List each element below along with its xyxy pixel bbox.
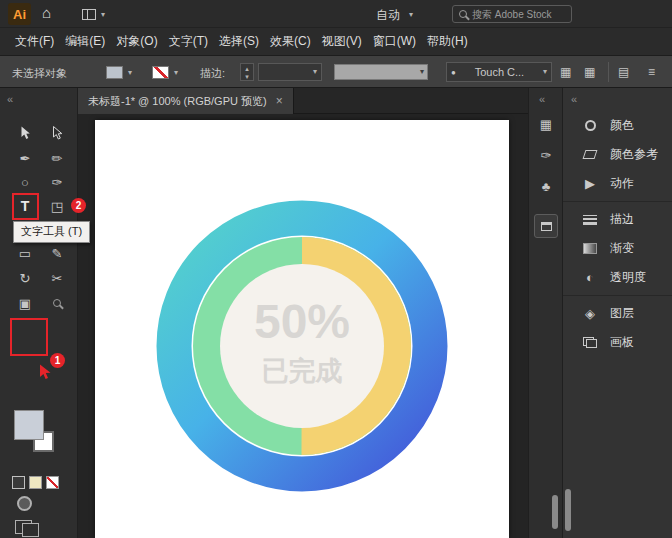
collapse-panel-icon[interactable]: « xyxy=(571,93,577,105)
screen-mode-button[interactable] xyxy=(15,520,39,537)
grid-view-icon[interactable]: ▦ xyxy=(584,65,595,79)
step-up-icon[interactable]: ▴ xyxy=(245,65,249,72)
fill-swatch[interactable] xyxy=(14,410,44,440)
ellipse-icon: ○ xyxy=(21,175,29,190)
document-tab-title: 未标题-1* @ 100% (RGB/GPU 预览) xyxy=(88,94,267,109)
panel-label: 颜色 xyxy=(610,117,634,134)
menu-select[interactable]: 选择(S) xyxy=(217,31,261,52)
panel-item-color[interactable]: 颜色 xyxy=(563,111,672,140)
artboard[interactable]: 50% 已完成 xyxy=(95,120,509,538)
fill-type-color-button[interactable] xyxy=(12,476,25,489)
pen-tool[interactable]: ✒ xyxy=(12,146,38,170)
fill-color-swatch[interactable] xyxy=(106,66,123,79)
menu-view[interactable]: 视图(V) xyxy=(320,31,364,52)
artboard-tool[interactable]: ▣ xyxy=(12,291,38,315)
annotation-cursor-icon xyxy=(39,364,53,380)
stroke-color-swatch[interactable] xyxy=(152,66,169,79)
panel-menu-icon[interactable]: ≡ xyxy=(648,65,655,79)
brush-definition-select[interactable]: ▾ xyxy=(334,64,428,80)
collapse-panel-icon[interactable]: « xyxy=(7,93,13,105)
panel-group: ◈ 图层 画板 xyxy=(563,295,672,360)
direct-selection-tool[interactable] xyxy=(44,121,70,145)
menu-window[interactable]: 窗口(W) xyxy=(371,31,418,52)
donut-status-text: 已完成 xyxy=(262,356,343,386)
collapse-panel-icon[interactable]: « xyxy=(539,93,545,105)
pencil-tool[interactable]: ✏ xyxy=(44,146,70,170)
menu-edit[interactable]: 编辑(E) xyxy=(63,31,107,52)
canvas[interactable]: 50% 已完成 xyxy=(78,114,528,538)
symbols-panel-icon[interactable]: ♣ xyxy=(529,176,563,196)
fill-type-gradient-button[interactable] xyxy=(29,476,42,489)
scrollbar-thumb[interactable] xyxy=(552,495,558,529)
panel-item-actions[interactable]: ▶ 动作 xyxy=(563,169,672,198)
brush-tool[interactable]: ✑ xyxy=(44,170,70,194)
auto-dropdown[interactable]: 自动 xyxy=(376,7,400,24)
menu-file[interactable]: 文件(F) xyxy=(13,31,56,52)
panel-icon-strip: « ▦ ✑ ♣ xyxy=(528,88,562,538)
document-setup-icon[interactable]: ▤ xyxy=(618,65,629,79)
swatches-panel-icon[interactable]: ▦ xyxy=(529,114,563,134)
chevron-down-icon[interactable]: ▾ xyxy=(128,69,132,77)
panel-item-layers[interactable]: ◈ 图层 xyxy=(563,299,672,328)
document-tab[interactable]: 未标题-1* @ 100% (RGB/GPU 预览) × xyxy=(78,88,294,114)
free-transform-tool[interactable]: ◳ xyxy=(44,194,70,218)
zoom-tool[interactable] xyxy=(44,291,70,315)
rotate-icon: ↻ xyxy=(20,271,31,286)
dot-icon: ● xyxy=(451,68,456,77)
fill-type-none-button[interactable] xyxy=(46,476,59,489)
panel-group: 颜色 颜色参考 ▶ 动作 xyxy=(563,108,672,201)
brushes-panel-icon[interactable]: ✑ xyxy=(529,145,563,165)
stroke-weight-stepper[interactable]: ▴ ▾ xyxy=(240,63,254,81)
scissors-tool[interactable]: ✂ xyxy=(44,266,70,290)
menu-help[interactable]: 帮助(H) xyxy=(425,31,470,52)
chevron-down-icon[interactable]: ▾ xyxy=(409,11,413,19)
stock-search-box[interactable] xyxy=(452,5,572,23)
menu-effect[interactable]: 效果(C) xyxy=(268,31,313,52)
panel-group: 描边 渐变 ◐ 透明度 xyxy=(563,201,672,295)
panel-label: 透明度 xyxy=(610,269,646,286)
menu-bar: 文件(F) 编辑(E) 对象(O) 文字(T) 选择(S) 效果(C) 视图(V… xyxy=(0,28,672,56)
draw-mode-button[interactable] xyxy=(17,496,32,511)
text-tool-icon: T xyxy=(21,198,30,214)
pencil-icon: ✏ xyxy=(52,151,63,166)
chevron-down-icon: ▾ xyxy=(543,68,547,76)
chevron-down-icon: ▾ xyxy=(420,68,424,76)
gradient-icon xyxy=(581,243,599,254)
menu-type[interactable]: 文字(T) xyxy=(167,31,210,52)
text-tool[interactable]: T xyxy=(12,194,38,218)
panel-label: 动作 xyxy=(610,175,634,192)
panel-item-gradient[interactable]: 渐变 xyxy=(563,234,672,263)
workspace-switcher-icon[interactable] xyxy=(82,9,96,20)
search-input[interactable] xyxy=(472,9,558,20)
selection-tool[interactable] xyxy=(12,121,38,145)
ellipse-tool[interactable]: ○ xyxy=(12,170,38,194)
step-down-icon[interactable]: ▾ xyxy=(245,73,249,80)
close-icon[interactable]: × xyxy=(276,94,283,108)
rotate-tool[interactable]: ↻ xyxy=(12,266,38,290)
annotation-badge-2: 2 xyxy=(71,198,86,213)
eyedropper-tool[interactable]: ✎ xyxy=(44,241,70,265)
stroke-weight-select[interactable]: ▾ xyxy=(258,63,322,81)
home-icon[interactable]: ⌂ xyxy=(42,4,51,21)
panel-item-artboards[interactable]: 画板 xyxy=(563,328,672,357)
touch-workspace-label: Touch C... xyxy=(475,66,525,78)
zoom-icon xyxy=(53,299,61,307)
rectangle-tool[interactable]: ▭ xyxy=(12,241,38,265)
collapsed-panel-button[interactable] xyxy=(534,214,558,238)
panel-item-transparency[interactable]: ◐ 透明度 xyxy=(563,263,672,292)
touch-workspace-select[interactable]: ● Touch C... ▾ xyxy=(446,62,552,82)
grid-view-icon[interactable]: ▦ xyxy=(560,65,571,79)
app-bar: Ai ⌂ ▾ 自动 ▾ xyxy=(0,0,672,28)
chevron-down-icon[interactable]: ▾ xyxy=(174,69,178,77)
free-transform-icon: ◳ xyxy=(51,199,63,214)
panel-item-color-guide[interactable]: 颜色参考 xyxy=(563,140,672,169)
menu-object[interactable]: 对象(O) xyxy=(114,31,159,52)
scrollbar-thumb[interactable] xyxy=(565,489,571,531)
stroke-weight-label: 描边: xyxy=(200,66,225,81)
chevron-down-icon[interactable]: ▾ xyxy=(101,11,105,19)
layers-icon: ◈ xyxy=(581,306,599,321)
panel-item-stroke[interactable]: 描边 xyxy=(563,205,672,234)
selection-status-label: 未选择对象 xyxy=(12,66,67,81)
panel-label: 颜色参考 xyxy=(610,146,658,163)
document-area: 未标题-1* @ 100% (RGB/GPU 预览) × xyxy=(78,88,528,538)
